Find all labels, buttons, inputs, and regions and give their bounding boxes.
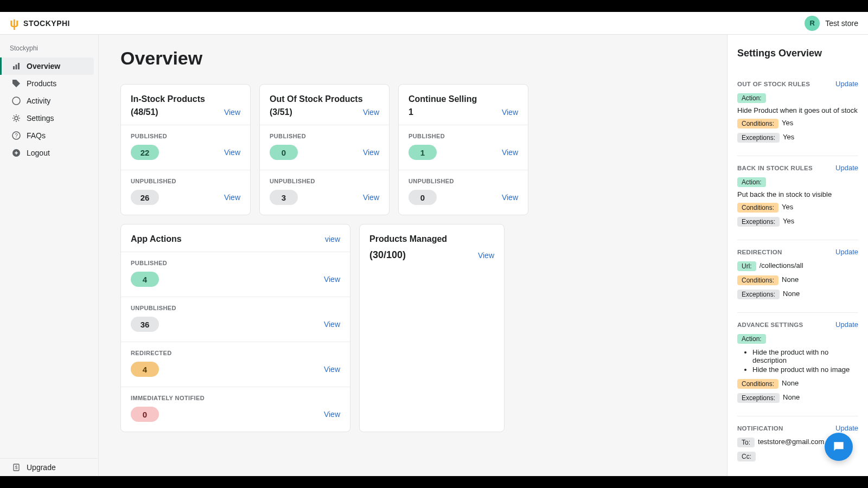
card-title: Continue Selling (409, 94, 518, 104)
rp-heading: BACK IN STOCK RULES (737, 165, 813, 171)
dollar-icon: $ (11, 463, 21, 472)
view-link[interactable]: View (224, 148, 240, 157)
stat-pill: 1 (409, 145, 437, 160)
sidebar-item-activity[interactable]: Activity (0, 92, 98, 110)
sidebar-item-label: Activity (27, 97, 50, 105)
svg-rect-0 (13, 66, 15, 69)
settings-panel-title: Settings Overview (737, 48, 858, 59)
tag-exceptions: Exceptions: (737, 133, 780, 143)
section-label: PUBLISHED (131, 133, 240, 139)
user-area[interactable]: R Test store (805, 16, 858, 31)
stat-pill: 36 (131, 317, 159, 332)
tag-action: Action: (737, 177, 766, 187)
sidebar-item-logout[interactable]: Logout (0, 144, 98, 162)
stat-pill: 0 (270, 145, 298, 160)
update-link[interactable]: Update (835, 80, 858, 88)
view-link[interactable]: View (324, 410, 340, 419)
sidebar-item-label: Overview (27, 62, 60, 70)
rp-action-list: Hide the product with no description Hid… (737, 348, 858, 374)
tag-action: Action: (737, 93, 766, 103)
sidebar-item-faqs[interactable]: ? FAQs (0, 127, 98, 144)
rp-value: Yes (783, 217, 794, 225)
tag-action: Action: (737, 334, 766, 344)
card-products-managed: Products Managed (30/100) View (359, 224, 505, 432)
tag-to: To: (737, 438, 755, 447)
topbar: ψ STOCKYPHI R Test store (0, 12, 868, 35)
letterbox-bottom (0, 476, 868, 488)
rp-value: Put back the in stock to visible (737, 190, 832, 198)
rp-heading: NOTIFICATION (737, 425, 783, 432)
tag-exceptions: Exceptions: (737, 393, 780, 403)
view-link[interactable]: View (363, 108, 379, 117)
stat-pill: 0 (131, 407, 159, 422)
view-link[interactable]: View (324, 365, 340, 374)
rp-value: /collections/all (760, 261, 803, 269)
stat-pill: 4 (131, 272, 159, 287)
stat-pill: 22 (131, 145, 159, 160)
rp-value: None (783, 290, 800, 298)
view-link[interactable]: View (324, 320, 340, 329)
update-link[interactable]: Update (835, 320, 858, 329)
card-subvalue: (3/51) (270, 107, 292, 117)
avatar[interactable]: R (805, 16, 820, 31)
sidebar-item-label: Upgrade (27, 463, 56, 472)
sidebar-heading: Stockyphi (0, 41, 98, 57)
section-label: PUBLISHED (409, 133, 518, 139)
logout-icon (11, 148, 21, 158)
view-link[interactable]: View (502, 148, 518, 157)
rp-section-back-in-stock: BACK IN STOCK RULES Update Action:Put ba… (737, 156, 858, 240)
rp-value: Yes (782, 119, 793, 127)
tag-conditions: Conditions: (737, 203, 778, 213)
card-title: Out Of Stock Products (270, 94, 379, 104)
tag-url: Url: (737, 261, 756, 271)
sidebar-item-label: FAQs (27, 131, 46, 140)
sidebar-item-overview[interactable]: Overview (0, 57, 94, 75)
tag-exceptions: Exceptions: (737, 217, 780, 227)
section-label: UNPUBLISHED (270, 178, 379, 184)
view-link[interactable]: View (224, 193, 240, 202)
svg-text:?: ? (15, 133, 18, 139)
rp-heading: REDIRECTION (737, 249, 782, 255)
brand-logo-icon: ψ (10, 16, 19, 30)
svg-point-3 (12, 97, 20, 105)
question-icon: ? (11, 131, 21, 140)
section-label: PUBLISHED (131, 260, 340, 266)
section-label: PUBLISHED (270, 133, 379, 139)
view-link[interactable]: View (363, 148, 379, 157)
rp-value: teststore@gmail.com (758, 438, 824, 446)
rp-list-item: Hide the product with no image (752, 365, 858, 374)
brand-name: STOCKYPHI (23, 19, 70, 28)
sidebar-item-products[interactable]: Products (0, 75, 98, 92)
tag-conditions: Conditions: (737, 119, 778, 129)
tag-conditions: Conditions: (737, 379, 778, 389)
sidebar-item-settings[interactable]: Settings (0, 110, 98, 127)
rp-section-advance: ADVANCE SETTINGS Update Action: Hide the… (737, 313, 858, 416)
tag-exceptions: Exceptions: (737, 290, 780, 299)
view-link[interactable]: View (324, 275, 340, 284)
svg-rect-1 (16, 65, 17, 69)
card-app-actions: App Actions view PUBLISHED 4 View UNPUBL… (120, 224, 350, 432)
card-in-stock: In-Stock Products (48/51) View PUBLISHED… (120, 84, 251, 215)
chat-button[interactable] (825, 433, 853, 461)
tag-icon (11, 79, 21, 88)
view-link[interactable]: View (224, 108, 240, 117)
section-label: REDIRECTED (131, 350, 340, 356)
card-subvalue: (48/51) (131, 107, 158, 117)
rp-value: None (783, 393, 800, 401)
view-link[interactable]: View (502, 193, 518, 202)
update-link[interactable]: Update (835, 424, 858, 432)
view-link[interactable]: View (478, 251, 494, 260)
page-title: Overview (120, 48, 705, 69)
rp-value: Yes (782, 203, 793, 211)
view-link[interactable]: View (363, 193, 379, 202)
update-link[interactable]: Update (835, 248, 858, 256)
card-out-of-stock: Out Of Stock Products (3/51) View PUBLIS… (259, 84, 390, 215)
tag-cc: Cc: (737, 452, 756, 461)
sidebar-item-upgrade[interactable]: $ Upgrade (0, 459, 98, 476)
view-link[interactable]: view (325, 235, 340, 243)
view-link[interactable]: View (502, 108, 518, 117)
gear-icon (11, 113, 21, 123)
sidebar-item-label: Logout (27, 149, 50, 157)
card-subvalue: (30/100) (369, 249, 406, 261)
update-link[interactable]: Update (835, 164, 858, 172)
